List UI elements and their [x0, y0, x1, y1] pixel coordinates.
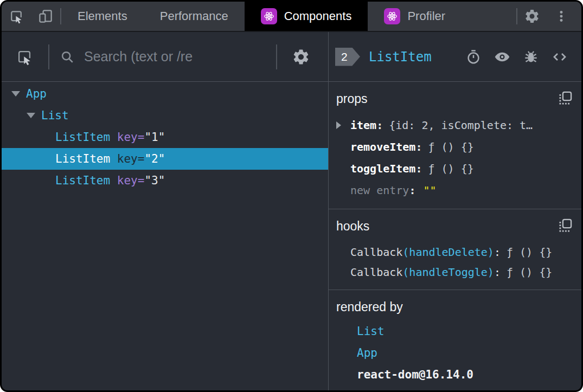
tab-label: Profiler — [407, 9, 445, 23]
copy-icon — [558, 218, 573, 233]
component-name: List — [41, 109, 69, 122]
prop-row-new-entry[interactable]: new entry: "" — [336, 179, 574, 201]
kebab-menu-icon — [554, 9, 568, 23]
devtools-tab-bar: Elements Performance Components — [2, 2, 581, 32]
key-attribute: key= — [117, 174, 145, 187]
tab-elements[interactable]: Elements — [61, 2, 144, 31]
chevron-right-icon[interactable] — [336, 121, 341, 129]
components-panel: App List ListItem key= "1" ListItem key= — [2, 32, 581, 390]
props-rows: item: {id: 2, isComplete: t… removeItem:… — [336, 114, 574, 201]
devtools-settings-button[interactable] — [517, 2, 547, 31]
devtools-window: Elements Performance Components — [0, 0, 583, 392]
selected-component-title: ListItem — [369, 49, 432, 65]
prop-value: ƒ () {} — [428, 162, 473, 175]
inspect-icon — [15, 48, 34, 66]
tab-bar-right-controls — [516, 2, 581, 31]
log-to-console-button[interactable] — [522, 48, 540, 66]
renderer-version: react-dom@16.14.0 — [357, 368, 473, 381]
props-section: props — [329, 82, 581, 209]
hook-row-handledelete[interactable]: Callback(handleDelete): ƒ () {} — [336, 242, 574, 262]
device-toolbar-icon — [37, 8, 54, 24]
inspected-header: 2 ListItem — [329, 32, 581, 82]
view-source-icon — [551, 48, 568, 66]
new-entry-name[interactable]: new entry — [350, 184, 409, 197]
suspend-toggle-button[interactable] — [465, 48, 482, 66]
component-tree: App List ListItem key= "1" ListItem key= — [2, 82, 328, 390]
owner-link-list[interactable]: List — [336, 320, 574, 342]
kebab-menu-button[interactable] — [547, 2, 576, 31]
tree-row-list[interactable]: List — [2, 105, 328, 126]
renderer-version-row: react-dom@16.14.0 — [336, 364, 574, 385]
hook-type: Callback — [350, 246, 402, 259]
key-value: "1" — [144, 131, 165, 144]
key-attribute: key= — [117, 131, 145, 144]
inspected-actions — [465, 48, 568, 66]
view-source-button[interactable] — [551, 48, 568, 66]
tree-settings-button[interactable] — [287, 41, 315, 73]
pick-component-button[interactable] — [10, 41, 39, 73]
tree-row-app[interactable]: App — [2, 83, 328, 105]
prop-name: item — [350, 119, 376, 132]
copy-hooks-button[interactable] — [558, 218, 573, 235]
react-logo-icon — [261, 8, 277, 24]
tab-components[interactable]: Components — [245, 2, 368, 31]
hooks-rows: Callback(handleDelete): ƒ () {} Callback… — [336, 242, 574, 282]
rendered-by-rows: List App react-dom@16.14.0 — [336, 320, 574, 385]
prop-row-removeitem[interactable]: removeItem: ƒ () {} — [336, 136, 574, 158]
settings-icon — [292, 48, 310, 66]
new-entry-value[interactable]: "" — [423, 184, 436, 197]
tab-label: Elements — [78, 9, 127, 23]
tree-row-listitem-1[interactable]: ListItem key= "1" — [2, 126, 328, 148]
copy-icon — [558, 91, 573, 106]
owner-component-name: List — [357, 325, 385, 338]
search-box — [59, 48, 266, 65]
chevron-down-icon[interactable] — [27, 113, 35, 118]
tab-profiler[interactable]: Profiler — [368, 2, 462, 31]
settings-icon — [524, 8, 540, 24]
key-value: "3" — [144, 174, 165, 187]
inspect-icon — [8, 8, 24, 24]
inspect-element-button[interactable] — [2, 2, 31, 31]
inspected-component-panel: 2 ListItem — [329, 32, 581, 390]
hook-row-handletoggle[interactable]: Callback(handleToggle): ƒ () {} — [336, 262, 574, 282]
timer-icon — [465, 49, 482, 65]
owner-component-name: App — [357, 346, 377, 359]
hook-value: ƒ () {} — [507, 246, 552, 259]
hook-value: ƒ () {} — [507, 266, 552, 279]
search-icon — [59, 49, 75, 65]
component-tree-panel: App List ListItem key= "1" ListItem key= — [2, 32, 329, 390]
key-value: "2" — [144, 152, 165, 165]
tab-performance[interactable]: Performance — [144, 2, 245, 31]
props-section-title: props — [336, 92, 574, 106]
search-input[interactable] — [83, 48, 266, 65]
prop-row-item[interactable]: item: {id: 2, isComplete: t… — [336, 114, 574, 136]
eye-icon — [494, 48, 511, 66]
tree-toolbar — [2, 32, 328, 82]
bug-icon — [523, 49, 539, 65]
inspect-dom-button[interactable] — [494, 48, 511, 66]
owners-stack-badge[interactable]: 2 — [335, 48, 360, 66]
prop-row-toggleitem[interactable]: toggleItem: ƒ () {} — [336, 158, 574, 179]
owner-link-app[interactable]: App — [336, 342, 574, 364]
component-name: ListItem — [55, 131, 110, 144]
react-logo-icon — [384, 8, 400, 24]
component-name: App — [26, 87, 47, 100]
tab-label: Performance — [160, 9, 228, 23]
hook-custom-name: (handleDelete) — [402, 246, 494, 259]
toolbar-separator — [48, 44, 49, 69]
hooks-section: hooks — [329, 209, 581, 290]
chevron-down-icon[interactable] — [11, 91, 20, 97]
component-name: ListItem — [55, 152, 110, 165]
tree-row-listitem-2-selected[interactable]: ListItem key= "2" — [2, 148, 328, 170]
prop-name: toggleItem — [350, 162, 415, 175]
rendered-by-section: rendered by List App react-dom@16.14.0 — [329, 290, 581, 390]
toolbar-separator — [276, 44, 277, 69]
component-name: ListItem — [55, 174, 110, 187]
prop-name: removeItem — [350, 140, 415, 153]
copy-props-button[interactable] — [558, 91, 573, 108]
hook-type: Callback — [350, 266, 402, 279]
tab-label: Components — [284, 9, 352, 23]
device-toolbar-button[interactable] — [31, 2, 60, 31]
tree-row-listitem-3[interactable]: ListItem key= "3" — [2, 170, 328, 191]
rendered-by-title: rendered by — [336, 300, 574, 314]
